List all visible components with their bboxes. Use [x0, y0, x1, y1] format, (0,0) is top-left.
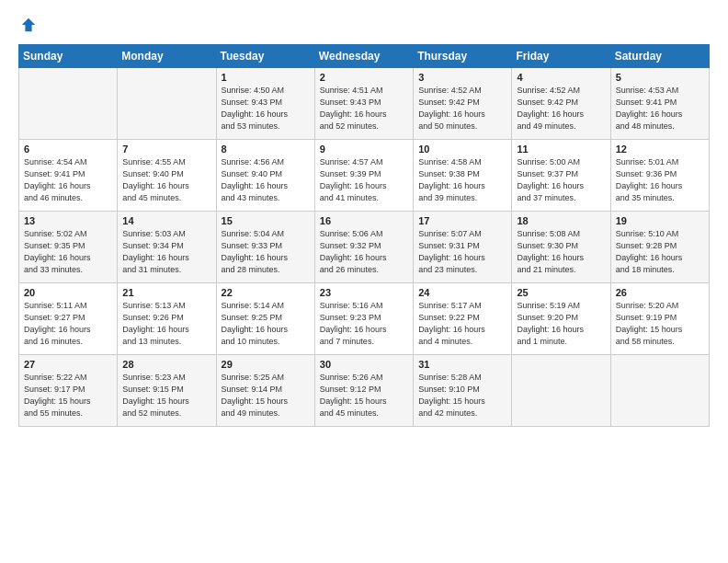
day-info: Sunrise: 5:25 AM Sunset: 9:14 PM Dayligh…: [222, 372, 310, 419]
col-header-saturday: Saturday: [610, 45, 709, 68]
day-info: Sunrise: 5:10 AM Sunset: 9:28 PM Dayligh…: [616, 228, 704, 276]
col-header-thursday: Thursday: [414, 45, 512, 68]
day-info: Sunrise: 5:19 AM Sunset: 9:20 PM Dayligh…: [517, 300, 605, 348]
day-cell: 31Sunrise: 5:28 AM Sunset: 9:10 PM Dayli…: [414, 355, 512, 427]
day-info: Sunrise: 5:03 AM Sunset: 9:34 PM Dayligh…: [122, 228, 210, 276]
day-cell: 13Sunrise: 5:02 AM Sunset: 9:35 PM Dayli…: [19, 212, 118, 283]
day-number: 3: [418, 72, 506, 83]
day-info: Sunrise: 4:56 AM Sunset: 9:40 PM Dayligh…: [222, 156, 310, 204]
day-info: Sunrise: 4:50 AM Sunset: 9:43 PM Dayligh…: [222, 85, 310, 132]
day-cell: 17Sunrise: 5:07 AM Sunset: 9:31 PM Dayli…: [414, 212, 512, 283]
day-number: 19: [616, 215, 704, 226]
day-number: 12: [616, 144, 704, 155]
day-cell: 1Sunrise: 4:50 AM Sunset: 9:43 PM Daylig…: [216, 68, 314, 140]
day-number: 20: [24, 287, 112, 298]
day-cell: 8Sunrise: 4:56 AM Sunset: 9:40 PM Daylig…: [216, 140, 314, 212]
day-cell: 5Sunrise: 4:53 AM Sunset: 9:41 PM Daylig…: [610, 68, 709, 140]
svg-marker-0: [22, 18, 35, 31]
day-info: Sunrise: 5:06 AM Sunset: 9:32 PM Dayligh…: [320, 228, 408, 276]
day-cell: 23Sunrise: 5:16 AM Sunset: 9:23 PM Dayli…: [314, 283, 413, 355]
calendar-table: SundayMondayTuesdayWednesdayThursdayFrid…: [18, 44, 710, 427]
day-cell: 30Sunrise: 5:26 AM Sunset: 9:12 PM Dayli…: [314, 355, 413, 427]
day-number: 13: [24, 215, 112, 226]
col-header-wednesday: Wednesday: [314, 45, 413, 68]
day-cell: 25Sunrise: 5:19 AM Sunset: 9:20 PM Dayli…: [512, 283, 610, 355]
day-cell: 15Sunrise: 5:04 AM Sunset: 9:33 PM Dayli…: [216, 212, 314, 283]
page: SundayMondayTuesdayWednesdayThursdayFrid…: [0, 0, 728, 436]
day-info: Sunrise: 4:53 AM Sunset: 9:41 PM Dayligh…: [616, 85, 704, 132]
day-cell: [610, 355, 709, 427]
day-cell: 9Sunrise: 4:57 AM Sunset: 9:39 PM Daylig…: [314, 140, 413, 212]
logo-icon: [20, 17, 37, 33]
day-number: 16: [320, 215, 408, 226]
day-cell: 24Sunrise: 5:17 AM Sunset: 9:22 PM Dayli…: [414, 283, 512, 355]
day-number: 18: [517, 215, 605, 226]
day-number: 17: [418, 215, 506, 226]
day-number: 24: [418, 287, 506, 298]
header: [18, 17, 710, 33]
day-info: Sunrise: 5:20 AM Sunset: 9:19 PM Dayligh…: [616, 300, 704, 348]
day-info: Sunrise: 4:55 AM Sunset: 9:40 PM Dayligh…: [122, 156, 210, 204]
day-cell: 6Sunrise: 4:54 AM Sunset: 9:41 PM Daylig…: [19, 140, 118, 212]
day-cell: 29Sunrise: 5:25 AM Sunset: 9:14 PM Dayli…: [216, 355, 314, 427]
day-number: 14: [122, 215, 210, 226]
day-cell: 10Sunrise: 4:58 AM Sunset: 9:38 PM Dayli…: [414, 140, 512, 212]
day-number: 22: [222, 287, 310, 298]
day-number: 4: [517, 72, 605, 83]
day-cell: 28Sunrise: 5:23 AM Sunset: 9:15 PM Dayli…: [118, 355, 216, 427]
day-cell: 16Sunrise: 5:06 AM Sunset: 9:32 PM Dayli…: [314, 212, 413, 283]
day-cell: 26Sunrise: 5:20 AM Sunset: 9:19 PM Dayli…: [610, 283, 709, 355]
day-number: 25: [517, 287, 605, 298]
day-info: Sunrise: 5:07 AM Sunset: 9:31 PM Dayligh…: [418, 228, 506, 276]
day-info: Sunrise: 5:22 AM Sunset: 9:17 PM Dayligh…: [24, 372, 112, 419]
week-row-3: 13Sunrise: 5:02 AM Sunset: 9:35 PM Dayli…: [19, 212, 710, 283]
day-info: Sunrise: 5:17 AM Sunset: 9:22 PM Dayligh…: [418, 300, 506, 348]
col-header-tuesday: Tuesday: [216, 45, 314, 68]
day-cell: 14Sunrise: 5:03 AM Sunset: 9:34 PM Dayli…: [118, 212, 216, 283]
day-number: 23: [320, 287, 408, 298]
day-number: 15: [222, 215, 310, 226]
day-number: 8: [222, 144, 310, 155]
day-number: 10: [418, 144, 506, 155]
week-row-5: 27Sunrise: 5:22 AM Sunset: 9:17 PM Dayli…: [19, 355, 710, 427]
day-number: 5: [616, 72, 704, 83]
day-info: Sunrise: 5:08 AM Sunset: 9:30 PM Dayligh…: [517, 228, 605, 276]
day-cell: 19Sunrise: 5:10 AM Sunset: 9:28 PM Dayli…: [610, 212, 709, 283]
day-cell: [118, 68, 216, 140]
day-number: 11: [517, 144, 605, 155]
day-info: Sunrise: 5:11 AM Sunset: 9:27 PM Dayligh…: [24, 300, 112, 348]
day-cell: 4Sunrise: 4:52 AM Sunset: 9:42 PM Daylig…: [512, 68, 610, 140]
day-info: Sunrise: 5:28 AM Sunset: 9:10 PM Dayligh…: [418, 372, 506, 419]
day-number: 21: [122, 287, 210, 298]
week-row-2: 6Sunrise: 4:54 AM Sunset: 9:41 PM Daylig…: [19, 140, 710, 212]
day-number: 26: [616, 287, 704, 298]
day-info: Sunrise: 4:52 AM Sunset: 9:42 PM Dayligh…: [418, 85, 506, 132]
day-info: Sunrise: 4:54 AM Sunset: 9:41 PM Dayligh…: [24, 156, 112, 204]
day-cell: [19, 68, 118, 140]
day-info: Sunrise: 5:02 AM Sunset: 9:35 PM Dayligh…: [24, 228, 112, 276]
day-info: Sunrise: 4:58 AM Sunset: 9:38 PM Dayligh…: [418, 156, 506, 204]
day-info: Sunrise: 4:51 AM Sunset: 9:43 PM Dayligh…: [320, 85, 408, 132]
day-number: 31: [418, 359, 506, 370]
day-number: 27: [24, 359, 112, 370]
day-cell: 7Sunrise: 4:55 AM Sunset: 9:40 PM Daylig…: [118, 140, 216, 212]
logo: [18, 17, 37, 33]
day-cell: 18Sunrise: 5:08 AM Sunset: 9:30 PM Dayli…: [512, 212, 610, 283]
week-row-4: 20Sunrise: 5:11 AM Sunset: 9:27 PM Dayli…: [19, 283, 710, 355]
day-info: Sunrise: 4:52 AM Sunset: 9:42 PM Dayligh…: [517, 85, 605, 132]
day-info: Sunrise: 4:57 AM Sunset: 9:39 PM Dayligh…: [320, 156, 408, 204]
col-header-monday: Monday: [118, 45, 216, 68]
day-number: 28: [122, 359, 210, 370]
day-info: Sunrise: 5:26 AM Sunset: 9:12 PM Dayligh…: [320, 372, 408, 419]
day-number: 30: [320, 359, 408, 370]
day-cell: 27Sunrise: 5:22 AM Sunset: 9:17 PM Dayli…: [19, 355, 118, 427]
day-cell: [512, 355, 610, 427]
day-cell: 12Sunrise: 5:01 AM Sunset: 9:36 PM Dayli…: [610, 140, 709, 212]
day-info: Sunrise: 5:04 AM Sunset: 9:33 PM Dayligh…: [222, 228, 310, 276]
col-header-friday: Friday: [512, 45, 610, 68]
day-cell: 3Sunrise: 4:52 AM Sunset: 9:42 PM Daylig…: [414, 68, 512, 140]
day-cell: 11Sunrise: 5:00 AM Sunset: 9:37 PM Dayli…: [512, 140, 610, 212]
day-number: 29: [222, 359, 310, 370]
day-info: Sunrise: 5:00 AM Sunset: 9:37 PM Dayligh…: [517, 156, 605, 204]
day-cell: 21Sunrise: 5:13 AM Sunset: 9:26 PM Dayli…: [118, 283, 216, 355]
